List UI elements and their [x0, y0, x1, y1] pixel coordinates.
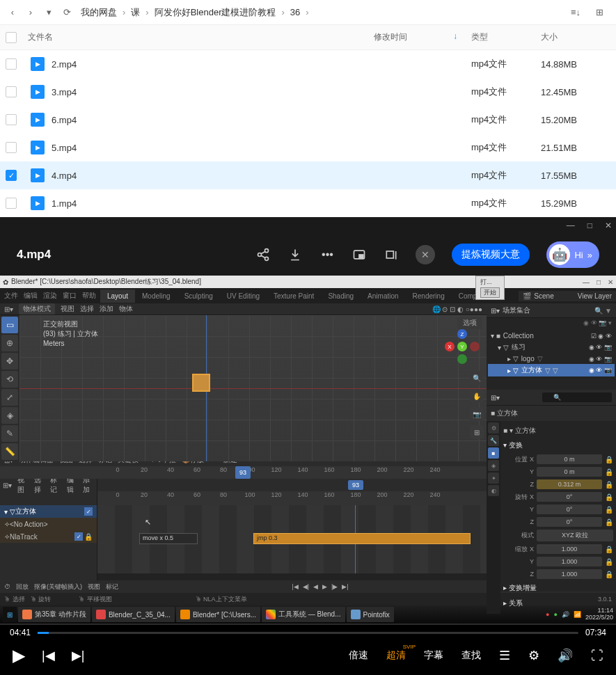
row-checkbox[interactable]: [6, 142, 17, 153]
zoom-icon[interactable]: 🔍: [470, 371, 484, 385]
nla-action[interactable]: ✧<No Action>: [0, 518, 97, 530]
nav-forward[interactable]: ›: [24, 6, 38, 19]
mode-dropdown[interactable]: 物体模式: [19, 303, 55, 315]
outliner-item-selected[interactable]: ▸ ▽立方体▽ ▽◉ 👁 📷: [488, 364, 615, 376]
row-checkbox[interactable]: [6, 114, 17, 125]
blender-menu[interactable]: 帮助: [82, 291, 96, 301]
nav-refresh[interactable]: ⟳: [60, 6, 74, 19]
nav-back[interactable]: ‹: [6, 6, 19, 19]
taskbar-item[interactable]: 第35章 动作片段: [18, 607, 90, 622]
tab[interactable]: Shading: [321, 289, 361, 303]
tab[interactable]: Modeling: [135, 289, 177, 303]
nla-track[interactable]: ✧NlaTrack✓🔒: [0, 530, 97, 543]
tab[interactable]: Rendering: [406, 289, 452, 303]
crumb[interactable]: 36: [290, 7, 300, 17]
props-tab[interactable]: ⚙: [488, 422, 499, 434]
close-icon[interactable]: ✕: [605, 221, 612, 230]
outliner-item[interactable]: ▾ ■Collection☑ ◉ 👁: [488, 331, 615, 341]
close-button[interactable]: ✕: [416, 245, 435, 264]
col-date[interactable]: 修改时间↓: [374, 31, 471, 43]
props-search[interactable]: 🔍: [542, 392, 612, 402]
more-icon[interactable]: •••: [319, 247, 335, 262]
min-icon[interactable]: —: [583, 278, 590, 286]
taskbar-item[interactable]: Blender_C_35_04...: [92, 607, 175, 622]
pan-icon[interactable]: ✋: [470, 389, 484, 403]
blender-menu[interactable]: 窗口: [63, 291, 77, 301]
volume-icon[interactable]: 🔊: [558, 648, 573, 663]
file-row[interactable]: ▶ 6.mp4 mp4文件 15.20MB: [0, 106, 616, 134]
outliner-item[interactable]: ▸ ▽logo▽◉ 👁 📷: [488, 354, 615, 364]
crop-icon[interactable]: [384, 247, 399, 262]
play-icon[interactable]: ▶: [322, 583, 327, 590]
outliner-item[interactable]: ▾ ▽练习◉ 👁 📷: [488, 341, 615, 354]
nla-object[interactable]: ▾ ▽立方体✓: [0, 505, 97, 518]
cursor-tool[interactable]: ⊕: [1, 335, 18, 351]
nav-gizmo[interactable]: X Y Z: [445, 329, 480, 364]
jump-start-icon[interactable]: |◀: [292, 583, 298, 590]
tab[interactable]: Animation: [361, 289, 405, 303]
props-tab-object[interactable]: ■: [488, 447, 499, 459]
jump-end-icon[interactable]: ▶|: [342, 583, 348, 590]
run-dialog[interactable]: 打... 开始: [475, 276, 505, 300]
prev-key-icon[interactable]: ◀|: [303, 583, 309, 590]
col-type[interactable]: 类型: [471, 31, 541, 43]
blender-menu[interactable]: 渲染: [43, 291, 57, 301]
file-row[interactable]: ▶ 3.mp4 mp4文件 12.45MB: [0, 78, 616, 106]
scale-tool[interactable]: ⤢: [1, 389, 18, 406]
share-icon[interactable]: [255, 247, 271, 262]
props-tab[interactable]: ◐: [488, 485, 499, 496]
next-key-icon[interactable]: |▶: [331, 583, 338, 590]
blender-menu[interactable]: 文件: [4, 291, 18, 301]
col-size[interactable]: 大小: [541, 31, 610, 43]
crumb[interactable]: 我的网盘: [81, 6, 117, 19]
next-button[interactable]: ▶|: [72, 648, 85, 663]
props-tab[interactable]: ✦: [488, 472, 499, 484]
taskbar-item[interactable]: Pointofix: [347, 607, 394, 622]
subtitle-button[interactable]: 字幕: [424, 649, 443, 662]
grid-icon[interactable]: ⊞: [470, 425, 484, 439]
play-rev-icon[interactable]: ◀: [313, 583, 318, 590]
search-button[interactable]: 查找: [461, 649, 481, 662]
nla-strip[interactable]: move x 0.5: [139, 533, 198, 544]
tab[interactable]: Sculpting: [177, 289, 220, 303]
progress-bar[interactable]: [38, 632, 578, 634]
avatar-badge[interactable]: 🤖 Hi »: [546, 241, 599, 268]
start-button[interactable]: ⊞: [3, 607, 17, 622]
crumb[interactable]: 课: [131, 6, 140, 19]
select-all-checkbox[interactable]: [6, 32, 17, 43]
file-row[interactable]: ▶ 5.mp4 mp4文件 21.51MB: [0, 134, 616, 161]
col-name[interactable]: 文件名: [22, 31, 374, 43]
rotate-tool[interactable]: ⟲: [1, 371, 18, 388]
props-tab[interactable]: 🔧: [488, 435, 499, 446]
minimize-icon[interactable]: —: [567, 221, 575, 230]
file-row[interactable]: ✓ ▶ 4.mp4 mp4文件 17.55MB: [0, 161, 616, 189]
close-icon[interactable]: ✕: [608, 278, 613, 286]
tab[interactable]: UV Editing: [220, 289, 267, 303]
tab[interactable]: Texture Paint: [267, 289, 321, 303]
measure-tool[interactable]: 📏: [1, 443, 18, 460]
playhead[interactable]: 93: [235, 466, 251, 479]
row-checkbox[interactable]: [6, 86, 17, 97]
row-checkbox[interactable]: [6, 58, 17, 70]
row-checkbox[interactable]: [6, 198, 17, 209]
settings-icon[interactable]: ⚙: [528, 648, 539, 663]
transform-tool[interactable]: ◈: [1, 407, 18, 424]
props-tab[interactable]: ◈: [488, 460, 499, 471]
max-icon[interactable]: □: [597, 278, 601, 286]
select-tool[interactable]: ▭: [1, 317, 18, 333]
vp-options[interactable]: 选项: [457, 317, 482, 329]
file-row[interactable]: ▶ 2.mp4 mp4文件 14.88MB: [0, 50, 616, 78]
quality-button[interactable]: 超清SVIP: [386, 649, 406, 662]
move-tool[interactable]: ✥: [1, 353, 18, 370]
crumb[interactable]: 阿发你好Blender建模进阶教程: [155, 6, 276, 19]
extract-button[interactable]: 提炼视频大意: [452, 244, 530, 266]
nav-dropdown[interactable]: ▾: [42, 6, 56, 19]
fullscreen-icon[interactable]: ⛶: [591, 649, 603, 663]
speed-button[interactable]: 倍速: [349, 649, 368, 662]
sort-icon[interactable]: ≡↓: [569, 6, 583, 19]
row-checkbox[interactable]: ✓: [6, 170, 17, 181]
download-icon[interactable]: [287, 247, 303, 262]
camera-icon[interactable]: 📷: [470, 407, 484, 421]
annotate-tool[interactable]: ✎: [1, 425, 18, 442]
prev-button[interactable]: |◀: [42, 648, 55, 663]
